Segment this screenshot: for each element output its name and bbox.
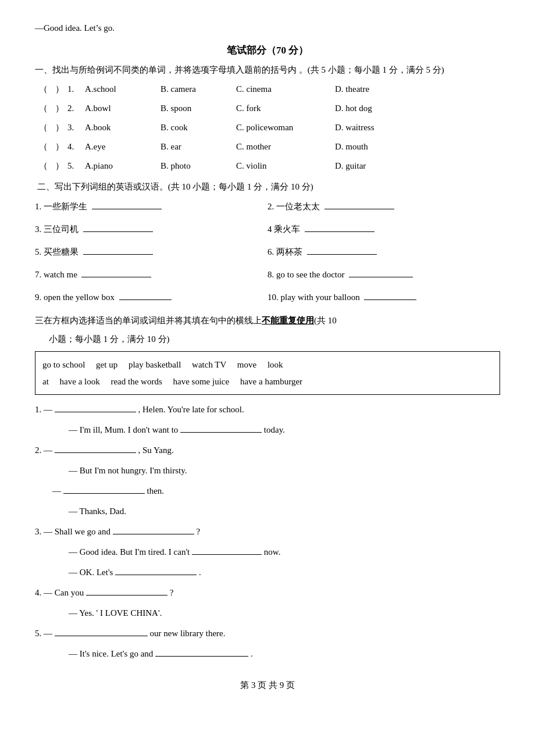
q-num: 4. bbox=[67, 139, 85, 155]
part2-item-10: 10. play with your balloon bbox=[268, 288, 500, 306]
answer-blank[interactable] bbox=[305, 222, 374, 232]
table-row: （ ） 3. A.book B. cook C. policewoman D. … bbox=[35, 120, 500, 135]
paren-close: ） bbox=[51, 139, 67, 155]
part2-row2: 3. 三位司机 4 乘火车 bbox=[35, 220, 500, 241]
answer-blank[interactable] bbox=[92, 199, 162, 209]
answer-blank[interactable] bbox=[115, 565, 197, 575]
choice-a: A.bowl bbox=[85, 101, 160, 116]
part3-subheader: 小题；每小题 1 分，满分 10 分) bbox=[49, 332, 500, 347]
part3-q2-line3: — then. bbox=[52, 482, 500, 500]
answer-blank[interactable] bbox=[63, 483, 145, 494]
part3-q4: 4. — Can you ? bbox=[35, 584, 500, 601]
part3-q5: 5. — our new library there. bbox=[35, 625, 500, 642]
answer-blank[interactable] bbox=[113, 524, 194, 534]
choice-c: C. cinema bbox=[236, 81, 335, 97]
q-num-label: 4. — Can you bbox=[35, 588, 84, 597]
vocab-item: look bbox=[268, 360, 283, 369]
paren-close: ） bbox=[51, 101, 67, 116]
paren-close: ） bbox=[51, 158, 67, 174]
part2-item-7: 7. watch me bbox=[35, 266, 268, 283]
choice-b: B. spoon bbox=[160, 101, 236, 116]
answer-blank[interactable] bbox=[55, 402, 136, 412]
part1-header: 一、找出与所给例词不同类的单词，并将选项字母填入题前的括号内 。(共 5 小题；… bbox=[35, 63, 500, 78]
part3-q5-line2: — It's nice. Let's go and . bbox=[69, 645, 500, 662]
choice-b: B. ear bbox=[160, 139, 236, 155]
paren: （ bbox=[35, 101, 51, 116]
part2-item-6: 6. 两杯茶 bbox=[268, 243, 500, 261]
choice-a: A.eye bbox=[85, 139, 160, 155]
table-row: （ ） 5. A.piano B. photo C. violin D. gui… bbox=[35, 158, 500, 174]
part2-row4: 7. watch me 8. go to see the doctor bbox=[35, 266, 500, 286]
q-num: 5. bbox=[67, 158, 85, 174]
choice-d: D. theatre bbox=[335, 81, 411, 97]
answer-blank[interactable] bbox=[192, 544, 262, 555]
vocab-item: have a look bbox=[60, 377, 100, 386]
part2-row1: 1. 一些新学生 2. 一位老太太 bbox=[35, 198, 500, 218]
answer-blank[interactable] bbox=[86, 585, 167, 595]
part2-header: 二、写出下列词组的英语或汉语。(共 10 小题；每小题 1 分，满分 10 分) bbox=[35, 180, 500, 195]
part3-q4-line2: — Yes. ' I LOVE CHINA'. bbox=[69, 604, 500, 622]
vocab-item: go to school bbox=[42, 360, 85, 369]
q-num-label: 5. — bbox=[35, 629, 52, 638]
q-num: 3. bbox=[67, 120, 85, 135]
page-footer: 第 3 页 共 9 页 bbox=[35, 680, 500, 691]
answer-blank[interactable] bbox=[83, 222, 153, 232]
vocab-item: at bbox=[42, 377, 49, 386]
answer-blank[interactable] bbox=[83, 244, 153, 255]
choice-d: D. guitar bbox=[335, 158, 411, 174]
part3-q3: 3. — Shall we go and ? bbox=[35, 523, 500, 540]
answer-blank[interactable] bbox=[324, 199, 394, 209]
part3-q2-line4: — Thanks, Dad. bbox=[69, 502, 500, 520]
table-row: （ ） 2. A.bowl B. spoon C. fork D. hot do… bbox=[35, 101, 500, 116]
paren-close: ） bbox=[51, 81, 67, 97]
answer-blank[interactable] bbox=[307, 244, 377, 255]
vocab-item: watch TV bbox=[192, 360, 226, 369]
q-num-label: 1. — bbox=[35, 405, 52, 414]
choice-a: A.book bbox=[85, 120, 160, 135]
part2-item-1: 1. 一些新学生 bbox=[35, 198, 268, 215]
choice-d: D. hot dog bbox=[335, 101, 411, 116]
table-row: （ ） 1. A.school B. camera C. cinema D. t… bbox=[35, 81, 500, 97]
part2-item-9: 9. open the yellow box bbox=[35, 288, 268, 306]
vocab-item: have a hamburger bbox=[240, 377, 302, 386]
written-section-title: 笔试部分（70 分） bbox=[35, 44, 500, 57]
answer-blank[interactable] bbox=[349, 267, 413, 277]
answer-blank[interactable] bbox=[55, 626, 148, 636]
answer-blank[interactable] bbox=[55, 443, 136, 453]
vocab-item: play basketball bbox=[129, 360, 181, 369]
vocab-box: go to school get up play basketball watc… bbox=[35, 351, 500, 395]
part2-item-3: 3. 三位司机 bbox=[35, 220, 268, 238]
paren: （ bbox=[35, 120, 51, 135]
paren: （ bbox=[35, 81, 51, 97]
choice-c: C. mother bbox=[236, 139, 335, 155]
vocab-item: get up bbox=[96, 360, 117, 369]
part3-q1-line2: — I'm ill, Mum. I don't want to today. bbox=[69, 421, 500, 438]
q-num-label: 3. — Shall we go and bbox=[35, 527, 110, 536]
answer-blank[interactable] bbox=[119, 290, 172, 300]
part2-item-4: 4 乘火车 bbox=[268, 220, 500, 238]
answer-blank[interactable] bbox=[364, 290, 416, 300]
intro-line: —Good idea. Let’s go. bbox=[35, 23, 500, 33]
part2-row5: 9. open the yellow box 10. play with you… bbox=[35, 288, 500, 309]
part3-q3-line2: — Good idea. But I'm tired. I can't now. bbox=[69, 543, 500, 561]
part2-item-2: 2. 一位老太太 bbox=[268, 198, 500, 215]
choice-c: C. violin bbox=[236, 158, 335, 174]
answer-blank[interactable] bbox=[155, 646, 248, 657]
vocab-item: move bbox=[237, 360, 256, 369]
answer-blank[interactable] bbox=[180, 422, 262, 433]
choice-d: D. mouth bbox=[335, 139, 411, 155]
part3-q1: 1. — , Helen. You're late for school. bbox=[35, 401, 500, 418]
part2-item-8: 8. go to see the doctor bbox=[268, 266, 500, 283]
part3-q3-line3: — OK. Let's . bbox=[69, 564, 500, 581]
answer-blank[interactable] bbox=[81, 267, 151, 277]
part2-item-5: 5. 买些糖果 bbox=[35, 243, 268, 261]
choice-d: D. waitress bbox=[335, 120, 411, 135]
q-num: 1. bbox=[67, 81, 85, 97]
part3-q2: 2. — , Su Yang. bbox=[35, 441, 500, 459]
q-num-label: 2. — bbox=[35, 445, 52, 455]
part3-header: 三在方框内选择适当的单词或词组并将其填在句中的横线上不能重复使用(共 10 bbox=[35, 313, 500, 329]
part2-row3: 5. 买些糖果 6. 两杯茶 bbox=[35, 243, 500, 263]
choice-a: A.school bbox=[85, 81, 160, 97]
q-num: 2. bbox=[67, 101, 85, 116]
choice-c: C. policewoman bbox=[236, 120, 335, 135]
